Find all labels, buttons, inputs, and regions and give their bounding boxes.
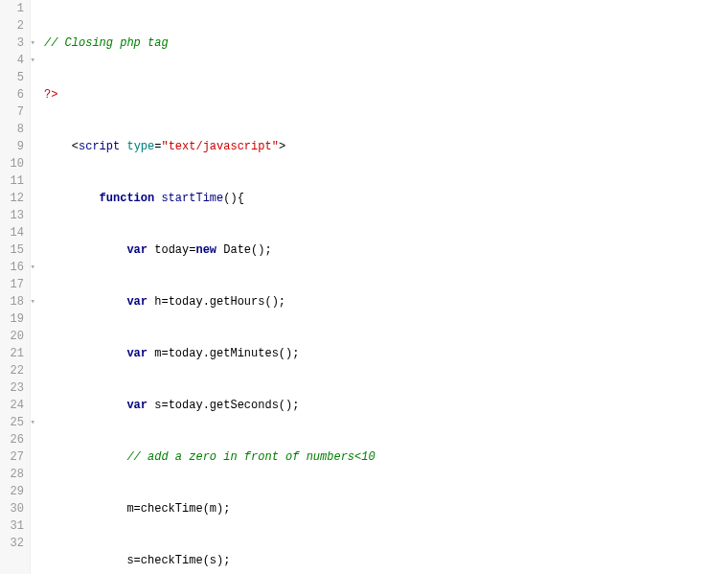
line-number: 26 [4, 431, 24, 448]
line-number: 23 [4, 379, 24, 397]
keyword: var [126, 347, 148, 360]
keyword: new [195, 243, 216, 257]
comment: // add a zero in front of numbers<10 [126, 450, 375, 464]
fn-name: startTime [154, 192, 223, 205]
keyword: var [126, 243, 148, 257]
comment: // Closing php tag [44, 36, 169, 50]
string: "text/javascript" [161, 140, 278, 153]
line-number: 21 [4, 345, 24, 362]
line-number: 28 [4, 466, 24, 483]
text: m=today.getMinutes(); [148, 347, 299, 360]
line-number: 18 [4, 293, 24, 310]
keyword: function [100, 192, 155, 205]
line-number: 2 [4, 17, 24, 34]
line-number: 29 [4, 483, 24, 500]
text: s=checkTime(s); [44, 554, 230, 567]
text: today= [148, 243, 195, 257]
line-number: 10 [4, 155, 24, 172]
text [44, 243, 126, 257]
text: s=today.getSeconds(); [148, 399, 299, 412]
line-number: 30 [4, 500, 24, 517]
line-number: 3 [4, 34, 24, 52]
line-number: 4 [4, 52, 24, 69]
line-number: 13 [4, 207, 24, 224]
line-number: 31 [4, 517, 24, 535]
line-number: 6 [4, 86, 24, 103]
line-number: 9 [4, 138, 24, 155]
line-number: 11 [4, 172, 24, 190]
line-number: 12 [4, 190, 24, 207]
keyword: var [126, 399, 148, 412]
php-close: ?> [44, 88, 57, 102]
text: Date(); [216, 243, 272, 257]
line-number: 15 [4, 241, 24, 259]
text [44, 399, 126, 412]
line-number: 19 [4, 310, 24, 328]
text: m=checkTime(m); [44, 502, 230, 516]
line-number: 1 [4, 0, 24, 17]
line-number: 17 [4, 276, 24, 293]
line-number: 16 [4, 259, 24, 276]
text [44, 347, 126, 360]
code-editor: 1234567891011121314151617181920212223242… [0, 0, 728, 574]
line-number: 22 [4, 362, 24, 379]
attr: type [126, 140, 154, 153]
keyword: var [126, 295, 148, 309]
text: (){ [223, 192, 244, 205]
line-number: 20 [4, 328, 24, 345]
line-number: 5 [4, 69, 24, 86]
tag: script [79, 140, 120, 153]
code-content[interactable]: // Closing php tag ?> <script type="text… [31, 0, 561, 574]
line-number: 25 [4, 414, 24, 431]
line-number: 7 [4, 103, 24, 121]
line-number: 32 [4, 535, 24, 552]
line-number: 8 [4, 121, 24, 138]
text: h=today.getHours(); [148, 295, 285, 309]
line-number: 14 [4, 224, 24, 241]
text: < [44, 140, 79, 153]
text [44, 295, 126, 309]
text [44, 192, 100, 205]
line-number: 24 [4, 397, 24, 414]
text: > [279, 140, 285, 153]
line-number: 27 [4, 448, 24, 466]
text [44, 450, 126, 464]
line-number-gutter: 1234567891011121314151617181920212223242… [0, 0, 31, 574]
